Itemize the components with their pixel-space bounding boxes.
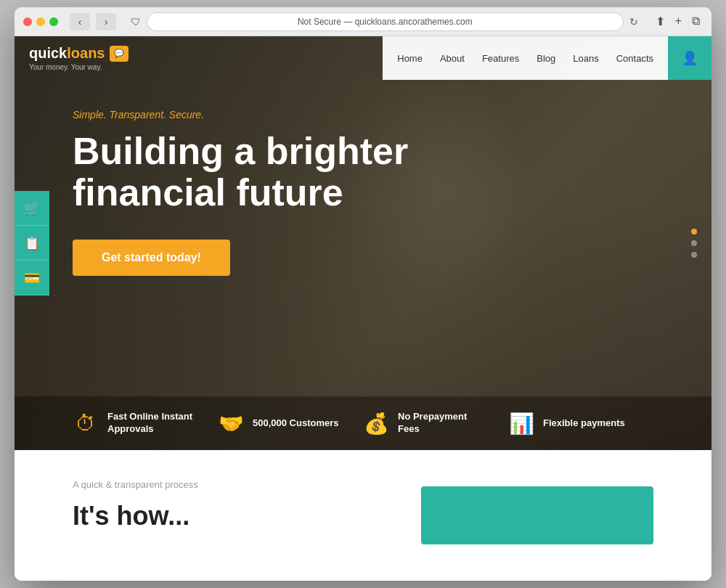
approvals-icon: ⏱ (73, 412, 99, 436)
customers-icon: 🤝 (218, 412, 244, 436)
below-fold-cta-block (421, 486, 653, 544)
feature-flexible: 📊 Flexible payments (508, 411, 653, 436)
flexible-icon: 📊 (508, 412, 534, 436)
hero-content: Simple. Transparent. Secure. Building a … (15, 36, 711, 341)
slide-dot-1[interactable] (691, 229, 697, 234)
brand-row: quickloans 💬 (29, 45, 129, 62)
flexible-text: Flexible payments (543, 417, 625, 430)
features-strip: ⏱ Fast Online InstantApprovals 🤝 500,000… (15, 396, 711, 450)
browser-window: ‹ › 🛡 Not Secure — quickloans.ancorathem… (15, 7, 711, 581)
user-icon: 👤 (682, 50, 698, 66)
hero-heading-line1: Building a brighter (73, 130, 408, 172)
no-prepayment-icon: 💰 (363, 412, 389, 436)
document-icon: 📋 (24, 235, 40, 251)
logo-text: quickloans (29, 45, 105, 62)
feature-customers: 🤝 500,000 Customers (218, 411, 363, 436)
below-fold-left: A quick & transparent process It's how..… (73, 479, 392, 531)
brand-group: quickloans 💬 Your money. Your way. (29, 45, 129, 71)
nav-loans[interactable]: Loans (573, 53, 598, 64)
below-tagline: A quick & transparent process (73, 479, 392, 490)
nav-about[interactable]: About (440, 53, 465, 64)
navbar-links: Home About Features Blog Loans Contacts (383, 36, 668, 80)
fullscreen-button[interactable] (49, 17, 58, 26)
address-text: Not Secure — quickloans.ancorathemes.com (298, 17, 473, 27)
browser-titlebar: ‹ › 🛡 Not Secure — quickloans.ancorathem… (15, 7, 711, 36)
close-button[interactable] (23, 17, 32, 26)
sidebar-document-button[interactable]: 📋 (15, 226, 49, 261)
logo-icon: 💬 (110, 46, 129, 62)
approvals-text: Fast Online InstantApprovals (107, 411, 192, 436)
hero-heading: Building a brighter financial future (73, 131, 479, 213)
logo-tagline: Your money. Your way. (29, 63, 129, 71)
below-fold-section: A quick & transparent process It's how..… (15, 450, 711, 581)
no-prepayment-text: No PrepaymentFees (398, 411, 467, 436)
refresh-button[interactable]: ↻ (629, 16, 638, 28)
slide-dot-3[interactable] (691, 252, 697, 258)
logo-icon-symbol: 💬 (114, 49, 124, 58)
card-icon: 💳 (24, 270, 40, 286)
navbar: quickloans 💬 Your money. Your way. Home … (15, 36, 711, 80)
browser-controls: ‹ › (70, 13, 116, 30)
hero-cta-button[interactable]: Get started today! (73, 240, 230, 276)
traffic-lights (23, 17, 58, 26)
share-button[interactable]: ⬆ (653, 13, 668, 30)
website-content: quickloans 💬 Your money. Your way. Home … (15, 36, 711, 581)
navbar-brand: quickloans 💬 Your money. Your way. (15, 36, 143, 80)
customers-text: 500,000 Customers (253, 417, 339, 430)
nav-home[interactable]: Home (397, 53, 423, 64)
sidebar-card-button[interactable]: 💳 (15, 261, 49, 295)
address-bar[interactable]: Not Secure — quickloans.ancorathemes.com (147, 12, 624, 31)
nav-contacts[interactable]: Contacts (616, 53, 653, 64)
security-icon: 🛡 (131, 16, 141, 28)
logo-loans: loans (67, 45, 105, 61)
browser-actions: ⬆ + ⧉ (653, 13, 703, 30)
hero-section: 🛒 📋 💳 Simple. Transparent. Secure. (15, 36, 711, 450)
below-heading: It's how... (73, 502, 392, 531)
forward-button[interactable]: › (96, 13, 116, 30)
sidebar-float: 🛒 📋 💳 (15, 191, 49, 295)
user-login-button[interactable]: 👤 (668, 36, 711, 80)
address-bar-area: 🛡 Not Secure — quickloans.ancorathemes.c… (131, 12, 638, 31)
feature-no-prepayment: 💰 No PrepaymentFees (363, 411, 508, 436)
hero-tagline: Simple. Transparent. Secure. (73, 109, 653, 121)
tabs-button[interactable]: ⧉ (689, 13, 703, 30)
cart-icon: 🛒 (24, 200, 40, 216)
sidebar-cart-button[interactable]: 🛒 (15, 191, 49, 226)
feature-approvals: ⏱ Fast Online InstantApprovals (73, 411, 218, 436)
nav-blog[interactable]: Blog (537, 53, 555, 64)
slide-dots (691, 229, 697, 258)
minimize-button[interactable] (36, 17, 45, 26)
hero-heading-line2: financial future (73, 171, 343, 213)
logo-quick: quick (29, 45, 67, 61)
new-tab-button[interactable]: + (672, 13, 685, 30)
slide-dot-2[interactable] (691, 240, 697, 246)
back-button[interactable]: ‹ (70, 13, 90, 30)
nav-features[interactable]: Features (482, 53, 519, 64)
